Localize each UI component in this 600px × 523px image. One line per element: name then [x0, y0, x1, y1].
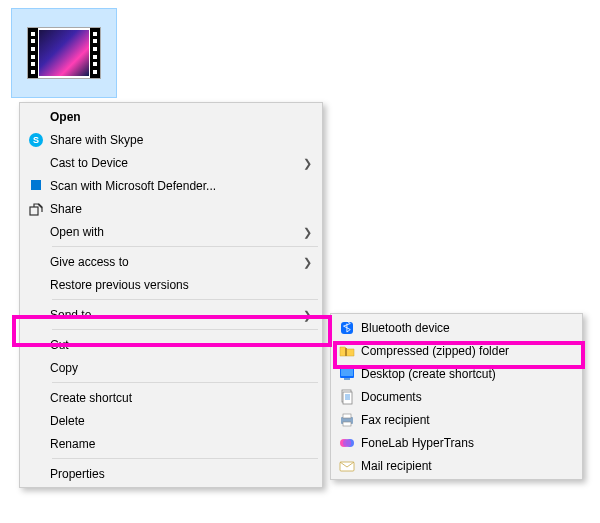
- send-to-submenu: Bluetooth device Compressed (zipped) fol…: [330, 313, 583, 480]
- menu-item-rename[interactable]: Rename: [22, 432, 320, 455]
- video-thumbnail: [27, 27, 101, 79]
- svg-rect-6: [30, 207, 38, 215]
- submenu-label: Compressed (zipped) folder: [361, 344, 580, 358]
- menu-label: Share: [50, 202, 320, 216]
- menu-item-open[interactable]: Open: [22, 105, 320, 128]
- menu-separator: [52, 382, 318, 383]
- svg-rect-8: [345, 348, 347, 356]
- documents-icon: [333, 389, 361, 405]
- menu-item-share[interactable]: Share: [22, 197, 320, 220]
- fax-icon: [333, 412, 361, 428]
- submenu-item-fonelab[interactable]: FoneLab HyperTrans: [333, 431, 580, 454]
- menu-item-delete[interactable]: Delete: [22, 409, 320, 432]
- menu-separator: [52, 329, 318, 330]
- svg-rect-18: [343, 414, 351, 418]
- submenu-item-zip[interactable]: Compressed (zipped) folder: [333, 339, 580, 362]
- menu-item-share-skype[interactable]: S Share with Skype: [22, 128, 320, 151]
- submenu-label: Documents: [361, 390, 580, 404]
- menu-item-restore[interactable]: Restore previous versions: [22, 273, 320, 296]
- menu-label: Send to: [50, 308, 320, 322]
- menu-label: Cut: [50, 338, 320, 352]
- svg-rect-19: [343, 422, 351, 426]
- menu-label: Restore previous versions: [50, 278, 320, 292]
- menu-label: Open: [50, 110, 320, 124]
- submenu-arrow-icon: ❯: [303, 309, 312, 320]
- menu-item-copy[interactable]: Copy: [22, 356, 320, 379]
- menu-item-create-shortcut[interactable]: Create shortcut: [22, 386, 320, 409]
- submenu-item-fax[interactable]: Fax recipient: [333, 408, 580, 431]
- shield-icon: [22, 178, 50, 194]
- svg-rect-4: [31, 185, 36, 190]
- skype-icon: S: [22, 132, 50, 148]
- svg-rect-11: [344, 378, 350, 380]
- menu-item-open-with[interactable]: Open with ❯: [22, 220, 320, 243]
- fonelab-icon: [333, 435, 361, 451]
- svg-rect-3: [36, 180, 41, 185]
- menu-label: Cast to Device: [50, 156, 320, 170]
- menu-item-cast[interactable]: Cast to Device ❯: [22, 151, 320, 174]
- submenu-arrow-icon: ❯: [303, 256, 312, 267]
- menu-separator: [52, 458, 318, 459]
- submenu-label: Bluetooth device: [361, 321, 580, 335]
- svg-point-22: [343, 439, 351, 447]
- submenu-label: Desktop (create shortcut): [361, 367, 580, 381]
- desktop-icon: [333, 366, 361, 382]
- menu-separator: [52, 299, 318, 300]
- svg-text:S: S: [33, 135, 39, 145]
- zip-folder-icon: [333, 343, 361, 359]
- menu-label: Scan with Microsoft Defender...: [50, 179, 320, 193]
- submenu-label: Mail recipient: [361, 459, 580, 473]
- menu-label: Properties: [50, 467, 320, 481]
- menu-label: Create shortcut: [50, 391, 320, 405]
- share-icon: [22, 201, 50, 217]
- svg-rect-10: [341, 369, 353, 376]
- submenu-item-desktop[interactable]: Desktop (create shortcut): [333, 362, 580, 385]
- menu-label: Give access to: [50, 255, 320, 269]
- context-menu: Open S Share with Skype Cast to Device ❯…: [19, 102, 323, 488]
- svg-rect-13: [343, 392, 352, 404]
- menu-separator: [52, 246, 318, 247]
- submenu-item-documents[interactable]: Documents: [333, 385, 580, 408]
- svg-rect-2: [31, 180, 36, 185]
- menu-label: Copy: [50, 361, 320, 375]
- menu-item-scan-defender[interactable]: Scan with Microsoft Defender...: [22, 174, 320, 197]
- submenu-item-mail[interactable]: Mail recipient: [333, 454, 580, 477]
- svg-rect-5: [36, 185, 41, 190]
- menu-item-give-access[interactable]: Give access to ❯: [22, 250, 320, 273]
- bluetooth-icon: [333, 320, 361, 336]
- submenu-arrow-icon: ❯: [303, 157, 312, 168]
- menu-label: Rename: [50, 437, 320, 451]
- submenu-arrow-icon: ❯: [303, 226, 312, 237]
- menu-item-properties[interactable]: Properties: [22, 462, 320, 485]
- menu-label: Share with Skype: [50, 133, 320, 147]
- selected-video-file[interactable]: [11, 8, 117, 98]
- menu-label: Open with: [50, 225, 320, 239]
- mail-icon: [333, 458, 361, 474]
- menu-item-cut[interactable]: Cut: [22, 333, 320, 356]
- menu-item-send-to[interactable]: Send to ❯: [22, 303, 320, 326]
- submenu-item-bluetooth[interactable]: Bluetooth device: [333, 316, 580, 339]
- menu-label: Delete: [50, 414, 320, 428]
- submenu-label: Fax recipient: [361, 413, 580, 427]
- submenu-label: FoneLab HyperTrans: [361, 436, 580, 450]
